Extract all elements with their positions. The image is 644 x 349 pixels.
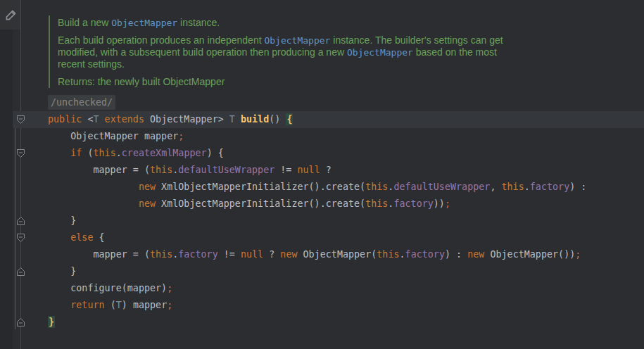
code-token: build xyxy=(241,114,269,125)
doc-text: based on the most xyxy=(413,46,497,58)
fold-marker-icon[interactable] xyxy=(16,233,25,243)
code-token: ( xyxy=(105,300,116,310)
code-token: ; xyxy=(167,300,172,310)
row-band xyxy=(13,229,644,246)
code-token: } xyxy=(48,266,76,277)
code-token: ? xyxy=(320,165,332,175)
code-line-text: return (T) mapper; xyxy=(48,297,172,314)
doc-edit-toggle[interactable] xyxy=(0,0,21,30)
code-line-text: new XmlObjectMapperInitializer().create(… xyxy=(48,179,586,196)
code-line-text: public <T extends ObjectMapper> T build(… xyxy=(48,111,293,128)
code-token: new xyxy=(139,182,156,192)
doc-line: modified, with a subsequent build operat… xyxy=(58,46,579,58)
code-token: else xyxy=(70,232,93,243)
code-token: defaultUseWrapper xyxy=(393,182,490,192)
doc-code-ref[interactable]: ObjectMapper xyxy=(111,18,177,28)
code-line[interactable]: } xyxy=(0,212,644,229)
code-token: . xyxy=(524,182,530,192)
folded-annotation-row: /unchecked/ xyxy=(0,94,644,111)
doc-paragraph: Each build operation produces an indepen… xyxy=(58,34,579,70)
code-line[interactable]: new XmlObjectMapperInitializer().create(… xyxy=(0,179,644,196)
code-token: ObjectMapper()) xyxy=(484,249,575,260)
code-line[interactable]: mapper = (this.defaultUseWrapper != null… xyxy=(0,162,644,179)
matched-brace: } xyxy=(48,316,55,328)
code-token: ; xyxy=(445,198,450,209)
code-token: XmlObjectMapperInitializer().create( xyxy=(156,182,365,192)
code-line[interactable]: public <T extends ObjectMapper> T build(… xyxy=(0,111,644,128)
code-line[interactable]: return (T) mapper; xyxy=(0,297,644,314)
code-token: ( xyxy=(82,148,93,158)
code-token: , xyxy=(490,182,501,192)
code-token: . xyxy=(116,148,122,158)
code-token: createXmlMapper xyxy=(122,148,207,158)
code-line[interactable]: else { xyxy=(0,229,644,246)
code-line-text: if (this.createXmlMapper) { xyxy=(48,145,224,162)
row-band xyxy=(13,212,644,229)
doc-line: Build a new ObjectMapper instance. xyxy=(58,17,579,29)
code-token: ObjectMapper mapper xyxy=(48,131,178,141)
code-token: T xyxy=(93,114,99,125)
doc-paragraph: Build a new ObjectMapper instance. xyxy=(58,17,579,29)
code-area[interactable]: /unchecked/ public <T extends ObjectMapp… xyxy=(0,94,644,331)
doc-code-ref[interactable]: ObjectMapper xyxy=(347,47,413,58)
pencil-icon xyxy=(4,9,17,22)
code-token xyxy=(48,232,70,243)
code-token: if xyxy=(70,148,82,158)
code-token: } xyxy=(48,215,76,226)
code-line[interactable]: new XmlObjectMapperInitializer().create(… xyxy=(0,196,644,212)
doc-line: recent settings. xyxy=(58,58,579,70)
fold-marker-icon[interactable] xyxy=(16,216,25,226)
folded-annotation[interactable]: /unchecked/ xyxy=(48,95,115,110)
fold-marker-icon[interactable] xyxy=(16,148,25,158)
code-token: ? xyxy=(263,249,280,260)
doc-text: recent settings. xyxy=(58,58,125,70)
code-token: ) mapper xyxy=(122,300,167,310)
code-token xyxy=(48,148,70,158)
code-line-text: configure(mapper); xyxy=(48,280,172,297)
code-line[interactable]: } xyxy=(0,263,644,280)
code-token: ) : xyxy=(569,182,586,192)
code-token: mapper = ( xyxy=(48,165,150,175)
code-token: ) : xyxy=(445,249,467,260)
row-band xyxy=(13,314,644,331)
doc-paragraph: Returns: the newly built ObjectMapper xyxy=(58,76,579,88)
code-token xyxy=(48,300,70,310)
code-line[interactable]: ObjectMapper mapper; xyxy=(0,128,644,145)
code-token: ObjectMapper( xyxy=(298,249,377,260)
code-token: T xyxy=(229,114,235,125)
code-token: this xyxy=(365,198,388,209)
code-token: this xyxy=(93,148,115,158)
code-token: this xyxy=(502,182,524,192)
code-token: this xyxy=(365,182,388,192)
code-token: defaultUseWrapper xyxy=(178,165,274,175)
code-token: new xyxy=(139,198,156,209)
matched-brace: { xyxy=(286,113,293,125)
fold-marker-icon[interactable] xyxy=(16,267,25,277)
code-token: null xyxy=(241,249,263,260)
doc-code-ref[interactable]: ObjectMapper xyxy=(264,35,330,46)
code-line[interactable]: } xyxy=(0,314,644,331)
code-token: ObjectMapper> xyxy=(144,114,229,125)
code-token: () xyxy=(269,114,286,125)
code-token: XmlObjectMapperInitializer().create( xyxy=(156,198,365,209)
javadoc-rendered-comment: Build a new ObjectMapper instance.Each b… xyxy=(58,17,579,94)
doc-text: Returns: the newly built ObjectMapper xyxy=(58,76,225,87)
fold-marker-icon[interactable] xyxy=(16,317,25,327)
code-token: configure(mapper) xyxy=(48,283,167,293)
code-line[interactable]: if (this.createXmlMapper) { xyxy=(0,145,644,162)
code-token: factory xyxy=(530,182,569,192)
code-token: ; xyxy=(178,131,184,141)
doc-text: modified, with a subsequent build operat… xyxy=(58,46,347,58)
code-token: extends xyxy=(105,114,144,125)
fold-marker-icon[interactable] xyxy=(16,115,25,125)
code-token: factory xyxy=(393,198,433,209)
code-token: != xyxy=(274,165,297,175)
doc-line: Each build operation produces an indepen… xyxy=(58,34,579,46)
code-token: ; xyxy=(575,249,581,260)
code-line[interactable]: mapper = (this.factory != null ? new Obj… xyxy=(0,246,644,263)
code-line[interactable]: configure(mapper); xyxy=(0,280,644,297)
code-editor: Build a new ObjectMapper instance.Each b… xyxy=(0,0,644,349)
javadoc-left-bar xyxy=(49,15,50,88)
code-line-text: mapper = (this.factory != null ? new Obj… xyxy=(48,246,581,263)
doc-text: instance. xyxy=(177,17,220,28)
